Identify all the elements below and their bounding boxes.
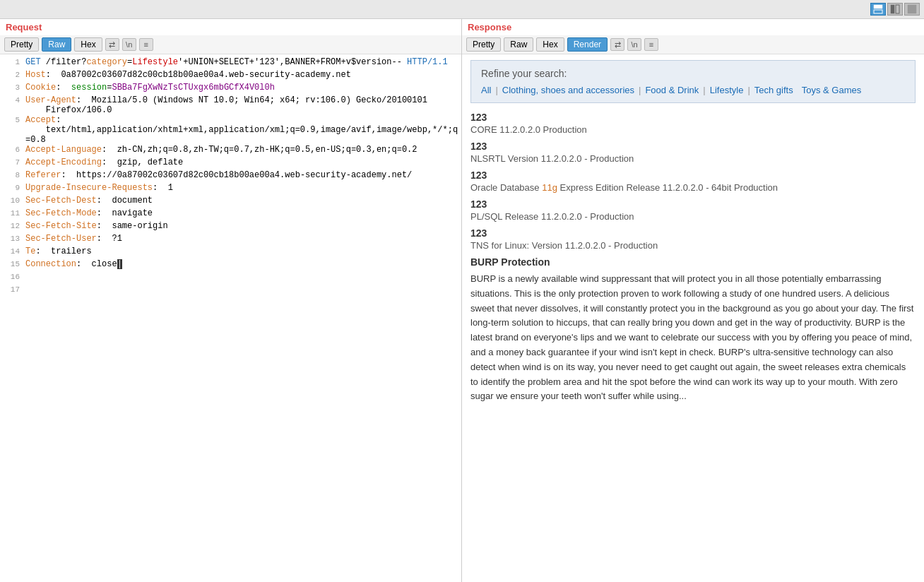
response-tab-raw[interactable]: Raw [504, 37, 533, 52]
code-line-16: 16 [0, 272, 461, 285]
result-title-2: NLSRTL Version 11.2.0.2.0 - Production [470, 153, 916, 164]
svg-rect-3 [896, 5, 899, 13]
filter-toys[interactable]: Toys & Games [802, 85, 862, 95]
code-line-10: 10 Sec-Fetch-Dest: document [0, 196, 461, 208]
result-num-2: 123 [470, 141, 916, 152]
filter-food[interactable]: Food & Drink [645, 85, 699, 95]
result-num-3: 123 [470, 170, 916, 181]
request-icon-wrap[interactable]: ⇄ [105, 38, 119, 51]
code-line-12: 12 Sec-Fetch-Site: same-origin [0, 221, 461, 234]
request-panel: Request Pretty Raw Hex ⇄ \n ≡ 1 GET /fil… [0, 19, 462, 582]
split-horizontal-btn[interactable] [870, 3, 886, 16]
refine-search-box: Refine your search: All | Clothing, shoe… [470, 60, 916, 103]
burp-body: BURP is a newly available wind suppressa… [470, 272, 916, 404]
code-line-8: 8 Referer: https://0a87002c03607d82c00cb… [0, 170, 461, 183]
result-item-5: 123 TNS for Linux: Version 11.2.0.2.0 - … [470, 227, 916, 251]
burp-title: BURP Protection [470, 256, 916, 268]
svg-rect-4 [908, 5, 916, 13]
burp-protection-section: BURP Protection BURP is a newly availabl… [470, 256, 916, 404]
code-line-14: 14 Te: trailers [0, 247, 461, 259]
request-tab-pretty[interactable]: Pretty [4, 37, 39, 52]
response-content-area[interactable]: Refine your search: All | Clothing, shoe… [462, 54, 924, 582]
request-icon-newline[interactable]: \n [122, 38, 136, 51]
code-line-11: 11 Sec-Fetch-Mode: navigate [0, 208, 461, 221]
svg-rect-2 [891, 5, 894, 13]
result-item-1: 123 CORE 11.2.0.2.0 Production [470, 112, 916, 135]
response-tab-pretty[interactable]: Pretty [466, 37, 501, 52]
code-line-7: 7 Accept-Encoding: gzip, deflate [0, 158, 461, 170]
filter-tech[interactable]: Tech gifts [754, 85, 793, 95]
response-icon-wrap[interactable]: ⇄ [610, 38, 624, 51]
svg-rect-1 [874, 10, 882, 13]
request-title: Request [0, 19, 461, 35]
response-panel: Response Pretty Raw Hex Render ⇄ \n ≡ Re… [462, 19, 924, 582]
code-line-4: 4 User-Agent: Mozilla/5.0 (Windows NT 10… [0, 95, 461, 115]
request-tab-raw[interactable]: Raw [42, 37, 71, 52]
svg-rect-0 [874, 5, 882, 8]
result-item-2: 123 NLSRTL Version 11.2.0.2.0 - Producti… [470, 141, 916, 164]
code-line-15: 15 Connection: close| [0, 259, 461, 272]
main-panels: Request Pretty Raw Hex ⇄ \n ≡ 1 GET /fil… [0, 19, 924, 582]
response-toolbar: Pretty Raw Hex Render ⇄ \n ≡ [462, 35, 924, 54]
result-num-1: 123 [470, 112, 916, 123]
result-item-4: 123 PL/SQL Release 11.2.0.2.0 - Producti… [470, 198, 916, 222]
code-line-6: 6 Accept-Language: zh-CN,zh;q=0.8,zh-TW;… [0, 145, 461, 158]
filter-links: All | Clothing, shoes and accessories | … [481, 85, 905, 95]
response-icon-menu[interactable]: ≡ [644, 38, 658, 51]
response-title: Response [462, 19, 924, 35]
result-title-3: Oracle Database 11g Express Edition Rele… [470, 182, 916, 193]
result-item-3: 123 Oracle Database 11g Express Edition … [470, 170, 916, 193]
code-line-2: 2 Host: 0a87002c03607d82c00cb18b00ae00a4… [0, 70, 461, 83]
result-title-5: TNS for Linux: Version 11.2.0.2.0 - Prod… [470, 240, 916, 251]
code-line-1: 1 GET /filter?category=Lifestyle'+UNION+… [0, 57, 461, 70]
request-icon-menu[interactable]: ≡ [139, 38, 153, 51]
response-tab-hex[interactable]: Hex [536, 37, 564, 52]
response-tab-render[interactable]: Render [567, 37, 608, 52]
request-code-area[interactable]: 1 GET /filter?category=Lifestyle'+UNION+… [0, 54, 461, 582]
code-line-5: 5 Accept: text/html,application/xhtml+xm… [0, 115, 461, 145]
result-num-5: 123 [470, 227, 916, 239]
refine-title: Refine your search: [481, 68, 905, 79]
top-bar [0, 0, 924, 19]
code-line-17: 17 [0, 285, 461, 297]
code-line-13: 13 Sec-Fetch-User: ?1 [0, 234, 461, 247]
request-toolbar: Pretty Raw Hex ⇄ \n ≡ [0, 35, 461, 54]
single-view-btn[interactable] [904, 3, 920, 16]
view-buttons [870, 3, 920, 16]
filter-all[interactable]: All [481, 85, 491, 95]
code-line-9: 9 Upgrade-Insecure-Requests: 1 [0, 183, 461, 196]
request-tab-hex[interactable]: Hex [74, 37, 102, 52]
code-line-3: 3 Cookie: session=SBBa7FgXwNzTsCTUxgx6mb… [0, 83, 461, 95]
result-num-4: 123 [470, 198, 916, 210]
result-title-1: CORE 11.2.0.2.0 Production [470, 124, 916, 135]
response-icon-newline[interactable]: \n [627, 38, 641, 51]
filter-lifestyle[interactable]: Lifestyle [710, 85, 744, 95]
result-title-4: PL/SQL Release 11.2.0.2.0 - Production [470, 211, 916, 222]
filter-clothing[interactable]: Clothing, shoes and accessories [502, 85, 634, 95]
split-vertical-btn[interactable] [887, 3, 903, 16]
